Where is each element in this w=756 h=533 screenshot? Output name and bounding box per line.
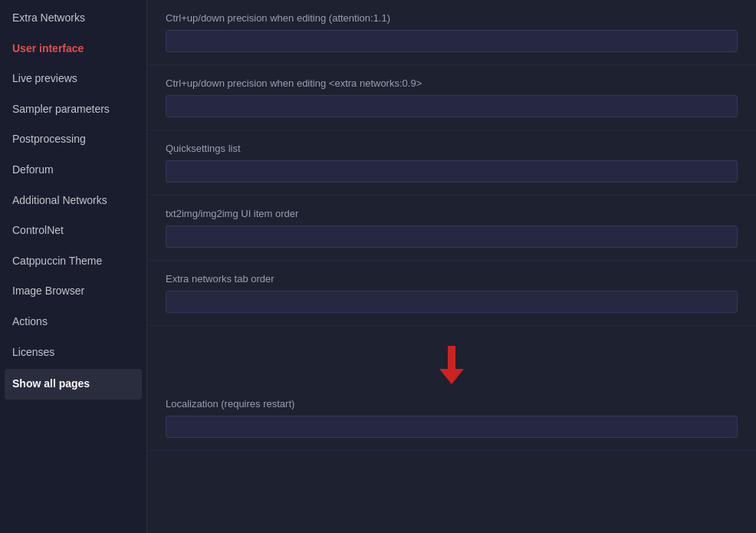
sidebar-item-extra-networks[interactable]: Extra Networks [0, 3, 146, 34]
setting-label-quicksettings-list: Quicksettings list [166, 143, 738, 154]
setting-row-extra-networks-tab-order: Extra networks tab order [147, 261, 756, 326]
sidebar-item-show-all-pages[interactable]: Show all pages [5, 369, 142, 400]
setting-input-extra-networks-tab-order[interactable] [166, 291, 738, 313]
setting-label-ctrl-attention: Ctrl+up/down precision when editing (att… [166, 12, 738, 24]
sidebar-item-user-interface[interactable]: User interface [0, 34, 146, 64]
setting-row-ctrl-extra-networks: Ctrl+up/down precision when editing <ext… [147, 65, 756, 130]
sidebar-item-licenses[interactable]: Licenses [0, 337, 146, 368]
setting-label-extra-networks-tab-order: Extra networks tab order [166, 273, 738, 285]
setting-input-ctrl-extra-networks[interactable] [166, 95, 738, 117]
setting-input-localization[interactable] [166, 416, 738, 438]
sidebar-item-catppuccin-theme[interactable]: Catppuccin Theme [0, 246, 146, 277]
setting-input-ctrl-attention[interactable] [166, 30, 738, 52]
sidebar-item-controlnet[interactable]: ControlNet [0, 216, 146, 246]
main-content: Ctrl+up/down precision when editing (att… [147, 0, 756, 533]
setting-input-ui-item-order[interactable] [166, 225, 738, 248]
setting-label-ui-item-order: txt2img/img2img UI item order [166, 208, 738, 219]
arrow-indicator [166, 346, 738, 384]
setting-row-quicksettings-list: Quicksettings list [147, 130, 756, 196]
setting-row-localization: Localization (requires restart) [147, 326, 756, 451]
sidebar-item-deforum[interactable]: Deforum [0, 155, 146, 186]
svg-marker-1 [439, 369, 464, 384]
setting-label-ctrl-extra-networks: Ctrl+up/down precision when editing <ext… [166, 77, 738, 89]
setting-label-localization: Localization (requires restart) [166, 398, 738, 410]
setting-input-quicksettings-list[interactable] [166, 160, 738, 183]
setting-row-ui-item-order: txt2img/img2img UI item order [147, 196, 756, 261]
svg-rect-0 [448, 346, 455, 369]
setting-row-ctrl-attention: Ctrl+up/down precision when editing (att… [147, 0, 756, 65]
sidebar-item-postprocessing[interactable]: Postprocessing [0, 124, 146, 155]
sidebar-item-live-previews[interactable]: Live previews [0, 64, 146, 94]
sidebar-item-additional-networks[interactable]: Additional Networks [0, 186, 146, 216]
sidebar-item-sampler-parameters[interactable]: Sampler parameters [0, 94, 146, 125]
sidebar-item-actions[interactable]: Actions [0, 307, 146, 337]
sidebar: Extra NetworksUser interfaceLive preview… [0, 0, 147, 533]
sidebar-item-image-browser[interactable]: Image Browser [0, 276, 146, 307]
